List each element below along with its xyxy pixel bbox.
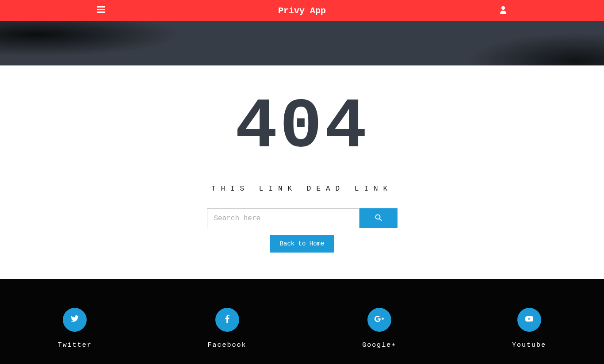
social-label: Youtube [512, 341, 546, 349]
hamburger-icon[interactable] [97, 6, 105, 16]
svg-point-4 [375, 215, 380, 219]
social-label: Twitter [58, 341, 92, 349]
svg-rect-2 [97, 11, 105, 13]
youtube-icon [525, 315, 533, 325]
search-icon [375, 214, 382, 222]
social-label: Google+ [362, 341, 396, 349]
search-row [0, 208, 604, 228]
error-content: 404 THIS LINK DEAD LINK Back to Home [0, 65, 604, 279]
facebook-icon [225, 315, 229, 325]
search-input[interactable] [207, 208, 359, 228]
svg-point-3 [501, 6, 505, 10]
header: Privy App [0, 0, 604, 21]
svg-rect-1 [97, 9, 105, 10]
svg-line-5 [379, 219, 382, 221]
error-message: THIS LINK DEAD LINK [0, 185, 604, 193]
social-facebook[interactable]: Facebook [208, 308, 247, 349]
hero-banner [0, 21, 604, 65]
user-icon[interactable] [500, 6, 507, 16]
app-title: Privy App [278, 6, 326, 16]
footer: Twitter Facebook Google+ [0, 279, 604, 364]
social-googleplus[interactable]: Google+ [362, 308, 396, 349]
social-label: Facebook [208, 341, 247, 349]
svg-rect-0 [97, 6, 105, 8]
twitter-icon [71, 315, 79, 324]
back-to-home-button[interactable]: Back to Home [270, 235, 334, 253]
social-youtube[interactable]: Youtube [512, 308, 546, 349]
social-twitter[interactable]: Twitter [58, 308, 92, 349]
googleplus-icon [375, 316, 384, 324]
error-code: 404 [0, 92, 604, 163]
search-button[interactable] [359, 208, 398, 228]
